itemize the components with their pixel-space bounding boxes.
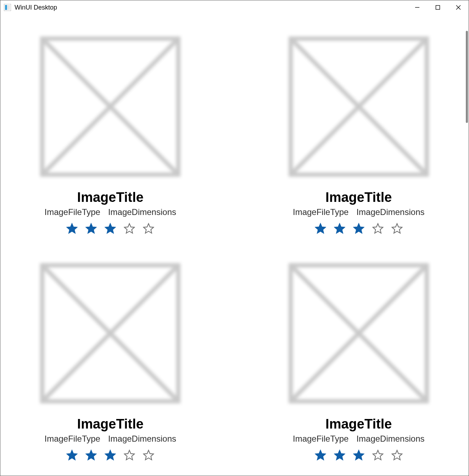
svg-rect-2	[7, 5, 10, 10]
star-filled-icon[interactable]	[334, 223, 345, 234]
image-dimensions: ImageDimensions	[108, 207, 176, 217]
image-title: ImageTitle	[325, 190, 392, 205]
svg-marker-26	[67, 450, 77, 460]
rating-control[interactable]	[315, 449, 403, 461]
star-filled-icon[interactable]	[315, 223, 326, 234]
image-file-type: ImageFileType	[293, 207, 348, 217]
svg-marker-22	[392, 223, 402, 233]
star-filled-icon[interactable]	[353, 449, 364, 461]
image-placeholder-icon	[39, 36, 181, 176]
svg-rect-1	[5, 5, 7, 10]
star-empty-icon[interactable]	[143, 223, 154, 234]
svg-marker-13	[124, 223, 135, 233]
image-file-type: ImageFileType	[45, 434, 100, 444]
svg-marker-14	[144, 223, 154, 233]
maximize-button[interactable]	[428, 0, 448, 15]
svg-marker-19	[334, 223, 345, 233]
svg-rect-4	[436, 6, 440, 10]
star-filled-icon[interactable]	[85, 223, 97, 234]
image-title: ImageTitle	[77, 416, 144, 432]
titlebar-left: WinUI Desktop	[4, 4, 57, 11]
app-icon	[4, 4, 11, 11]
image-card[interactable]: ImageTitleImageFileTypeImageDimensions	[39, 36, 181, 234]
svg-marker-12	[105, 223, 116, 233]
star-filled-icon[interactable]	[353, 223, 364, 234]
window-title: WinUI Desktop	[15, 4, 57, 11]
star-filled-icon[interactable]	[334, 449, 345, 461]
star-empty-icon[interactable]	[372, 449, 384, 461]
image-file-type: ImageFileType	[293, 434, 348, 444]
star-empty-icon[interactable]	[391, 223, 403, 234]
svg-marker-27	[86, 450, 96, 460]
svg-marker-10	[67, 223, 77, 233]
svg-marker-37	[373, 450, 383, 460]
svg-marker-34	[315, 450, 325, 460]
star-filled-icon[interactable]	[105, 223, 116, 234]
star-filled-icon[interactable]	[85, 449, 97, 461]
star-filled-icon[interactable]	[105, 449, 116, 461]
svg-marker-20	[353, 223, 364, 233]
rating-control[interactable]	[66, 223, 154, 234]
svg-marker-28	[105, 450, 116, 460]
svg-marker-11	[86, 223, 96, 233]
image-dimensions: ImageDimensions	[108, 434, 176, 444]
svg-marker-21	[373, 223, 383, 233]
svg-marker-38	[392, 450, 402, 460]
image-placeholder-icon	[288, 36, 430, 176]
image-placeholder-icon	[288, 262, 430, 402]
rating-control[interactable]	[315, 223, 403, 234]
app-window: WinUI Desktop ImageTitleImageFileTypeIma…	[0, 0, 469, 476]
image-title: ImageTitle	[325, 416, 392, 432]
image-meta: ImageFileTypeImageDimensions	[45, 434, 177, 444]
svg-marker-35	[334, 450, 345, 460]
image-meta: ImageFileTypeImageDimensions	[293, 207, 425, 217]
image-dimensions: ImageDimensions	[356, 434, 424, 444]
star-empty-icon[interactable]	[143, 449, 154, 461]
image-card[interactable]: ImageTitleImageFileTypeImageDimensions	[288, 36, 430, 234]
svg-marker-36	[353, 450, 364, 460]
svg-marker-30	[144, 450, 154, 460]
star-empty-icon[interactable]	[124, 223, 135, 234]
image-meta: ImageFileTypeImageDimensions	[45, 207, 177, 217]
image-card[interactable]: ImageTitleImageFileTypeImageDimensions	[288, 262, 430, 461]
star-empty-icon[interactable]	[372, 223, 384, 234]
image-dimensions: ImageDimensions	[356, 207, 424, 217]
titlebar: WinUI Desktop	[0, 0, 469, 15]
image-placeholder-icon	[39, 262, 181, 402]
minimize-button[interactable]	[407, 0, 428, 15]
star-filled-icon[interactable]	[66, 449, 78, 461]
image-grid: ImageTitleImageFileTypeImageDimensions I…	[7, 36, 462, 461]
image-file-type: ImageFileType	[45, 207, 100, 217]
svg-marker-18	[315, 223, 325, 233]
image-meta: ImageFileTypeImageDimensions	[293, 434, 425, 444]
rating-control[interactable]	[66, 449, 154, 461]
scrollbar-thumb[interactable]	[466, 31, 468, 123]
star-empty-icon[interactable]	[124, 449, 135, 461]
star-filled-icon[interactable]	[66, 223, 78, 234]
image-title: ImageTitle	[77, 190, 144, 205]
window-controls	[407, 0, 469, 15]
close-button[interactable]	[448, 0, 469, 15]
image-card[interactable]: ImageTitleImageFileTypeImageDimensions	[39, 262, 181, 461]
star-empty-icon[interactable]	[391, 449, 403, 461]
star-filled-icon[interactable]	[315, 449, 326, 461]
client-area: ImageTitleImageFileTypeImageDimensions I…	[0, 15, 469, 476]
svg-marker-29	[124, 450, 135, 460]
